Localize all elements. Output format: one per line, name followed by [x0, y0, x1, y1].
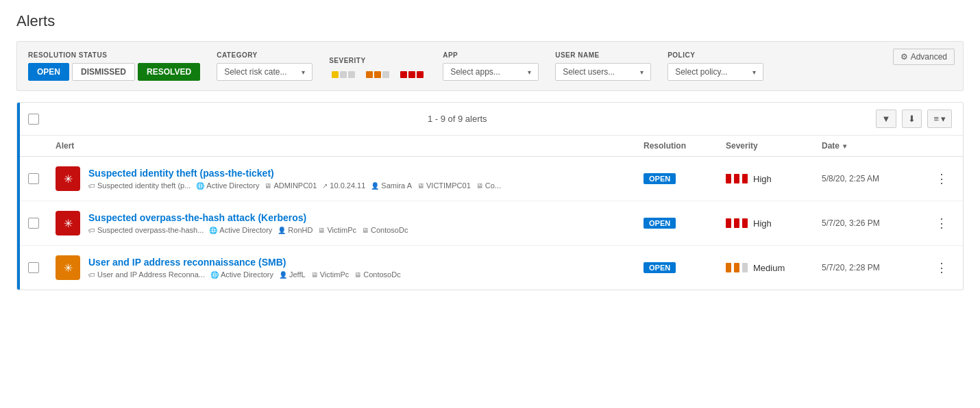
meta-text: 10.0.24.11 — [330, 181, 365, 190]
page-container: Alerts ⚙ Advanced RESOLUTION STATUS OPEN… — [0, 0, 980, 303]
severity-bar — [734, 218, 739, 228]
filter-button[interactable]: ▼ — [876, 110, 897, 128]
severity-bar — [734, 263, 739, 272]
select-all-checkbox[interactable] — [28, 114, 39, 125]
alert-icon: ✳ — [56, 211, 80, 235]
severity-bars — [726, 218, 749, 228]
severity-buttons — [329, 68, 426, 81]
severity-cell: High — [726, 174, 822, 184]
page-title: Alerts — [16, 12, 964, 30]
meta-item: 🖥 VictimPc — [318, 226, 356, 234]
row-checkbox[interactable] — [28, 262, 39, 273]
alert-meta: 🏷 Suspected identity theft (p... 🌐 Activ… — [88, 181, 501, 190]
alert-icon: ✳ — [56, 255, 80, 280]
alert-count: 1 - 9 of 9 alerts — [47, 114, 868, 124]
meta-text: Active Directory — [206, 181, 259, 190]
status-resolved-button[interactable]: RESOLVED — [138, 63, 200, 81]
meta-icon-tag: 🏷 — [88, 271, 95, 279]
severity-bar — [742, 218, 748, 228]
meta-icon-pc: 🖥 — [417, 182, 424, 190]
severity-label: High — [753, 174, 772, 184]
severity-medium-button[interactable] — [363, 68, 392, 81]
app-group: APP Select apps... ▾ — [443, 51, 539, 81]
severity-bar — [734, 174, 739, 183]
severity-bars — [726, 174, 749, 183]
category-group: CATEGORY Select risk cate... ▾ — [217, 51, 313, 81]
sev-dot-gray2 — [348, 71, 355, 78]
severity-bars — [726, 263, 749, 272]
row-checkbox-cell — [28, 173, 56, 184]
status-open-button[interactable]: OPEN — [28, 63, 69, 81]
meta-item: 🖥 VictimPc — [311, 270, 350, 279]
app-placeholder: Select apps... — [450, 67, 500, 77]
chevron-down-icon-cols: ▾ — [941, 114, 946, 124]
meta-icon-ad: 🌐 — [209, 227, 217, 234]
left-accent-bar — [17, 103, 20, 290]
meta-text: ContosoDc — [363, 270, 400, 279]
severity-label: High — [753, 218, 772, 229]
chevron-down-icon-user: ▾ — [640, 68, 644, 76]
row-checkbox[interactable] — [28, 218, 39, 229]
meta-icon-ad: 🌐 — [196, 182, 204, 190]
header-date[interactable]: Date ▾ — [822, 141, 931, 151]
table-header: Alert Resolution Severity Date ▾ — [17, 136, 963, 157]
meta-icon-pc: 🖥 — [265, 182, 271, 190]
meta-icon-pc: 🖥 — [476, 182, 483, 190]
severity-label: Medium — [753, 263, 785, 273]
date-cell: 5/8/20, 2:25 AM — [822, 174, 931, 183]
alert-title[interactable]: User and IP address reconnaissance (SMB) — [88, 257, 401, 268]
status-dismissed-button[interactable]: DISMISSED — [72, 63, 135, 81]
sev-dot-orange1 — [366, 71, 373, 78]
more-actions-cell: ⋮ — [931, 214, 952, 232]
alert-symbol: ✳ — [64, 173, 73, 186]
advanced-button[interactable]: ⚙ Advanced — [893, 49, 955, 65]
sev-dot-red2 — [408, 71, 415, 78]
alert-title[interactable]: Suspected identity theft (pass-the-ticke… — [88, 168, 501, 179]
date-cell: 5/7/20, 3:26 PM — [822, 218, 931, 228]
meta-item: 🖥 ContosoDc — [362, 226, 408, 234]
resolution-status-group: RESOLUTION STATUS OPEN DISMISSED RESOLVE… — [28, 51, 200, 81]
alert-meta: 🏷 Suspected overpass-the-hash... 🌐 Activ… — [88, 226, 408, 234]
row-checkbox[interactable] — [28, 173, 39, 184]
meta-text: ADMINPC01 — [273, 181, 317, 190]
meta-text: VictimPc — [327, 226, 356, 234]
app-dropdown[interactable]: Select apps... ▾ — [443, 63, 539, 81]
chevron-down-icon-policy: ▾ — [752, 68, 756, 76]
meta-item: 🌐 Active Directory — [196, 181, 259, 190]
meta-text: JeffL — [289, 270, 306, 279]
resolution-cell: OPEN — [644, 218, 726, 229]
meta-icon-pc: 🖥 — [354, 271, 361, 279]
severity-bar — [742, 174, 748, 183]
category-dropdown[interactable]: Select risk cate... ▾ — [217, 63, 313, 81]
status-buttons: OPEN DISMISSED RESOLVED — [28, 63, 200, 81]
toolbar-actions: ▼ ⬇ ≡ ▾ — [876, 110, 952, 128]
filter-bar-inner: RESOLUTION STATUS OPEN DISMISSED RESOLVE… — [28, 51, 952, 81]
username-dropdown[interactable]: Select users... ▾ — [555, 63, 651, 81]
date-cell: 5/7/20, 2:28 PM — [822, 263, 931, 272]
meta-item: 🌐 Active Directory — [210, 270, 273, 279]
severity-high-button[interactable] — [397, 68, 426, 81]
meta-item: 🌐 Active Directory — [209, 226, 272, 234]
row-checkbox-cell — [28, 218, 56, 229]
funnel-icon: ▼ — [882, 114, 891, 124]
row-checkbox-cell — [28, 262, 56, 273]
columns-button[interactable]: ≡ ▾ — [927, 110, 952, 128]
severity-low-button[interactable] — [329, 68, 358, 81]
severity-cell: Medium — [726, 263, 822, 273]
meta-icon-pc: 🖥 — [311, 271, 318, 279]
download-button[interactable]: ⬇ — [902, 110, 922, 128]
more-actions-cell: ⋮ — [931, 259, 952, 277]
header-resolution: Resolution — [644, 141, 726, 151]
policy-dropdown[interactable]: Select policy... ▾ — [667, 63, 763, 81]
more-actions-button[interactable]: ⋮ — [931, 170, 952, 188]
more-actions-button[interactable]: ⋮ — [931, 214, 952, 232]
resolution-badge: OPEN — [644, 173, 676, 184]
meta-text: Suspected overpass-the-hash... — [97, 226, 204, 234]
severity-group: SEVERITY — [329, 57, 426, 81]
category-label: CATEGORY — [217, 51, 313, 59]
sev-dot-red3 — [417, 71, 424, 78]
alert-title[interactable]: Suspected overpass-the-hash attack (Kerb… — [88, 212, 408, 223]
more-actions-cell: ⋮ — [931, 170, 952, 188]
meta-text: Suspected identity theft (p... — [97, 181, 191, 190]
more-actions-button[interactable]: ⋮ — [931, 259, 952, 277]
